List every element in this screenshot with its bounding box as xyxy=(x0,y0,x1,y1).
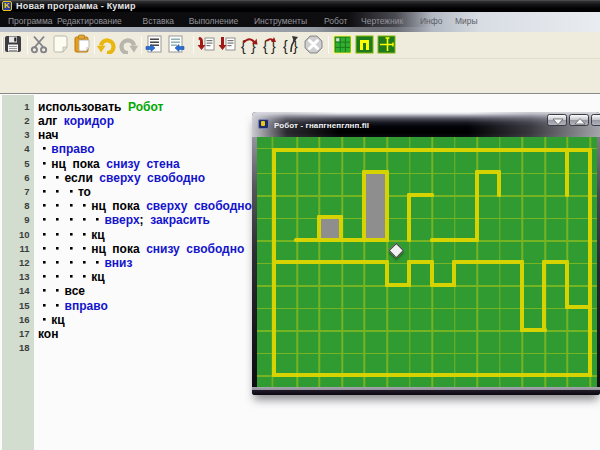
svg-text:{: { xyxy=(283,38,288,54)
